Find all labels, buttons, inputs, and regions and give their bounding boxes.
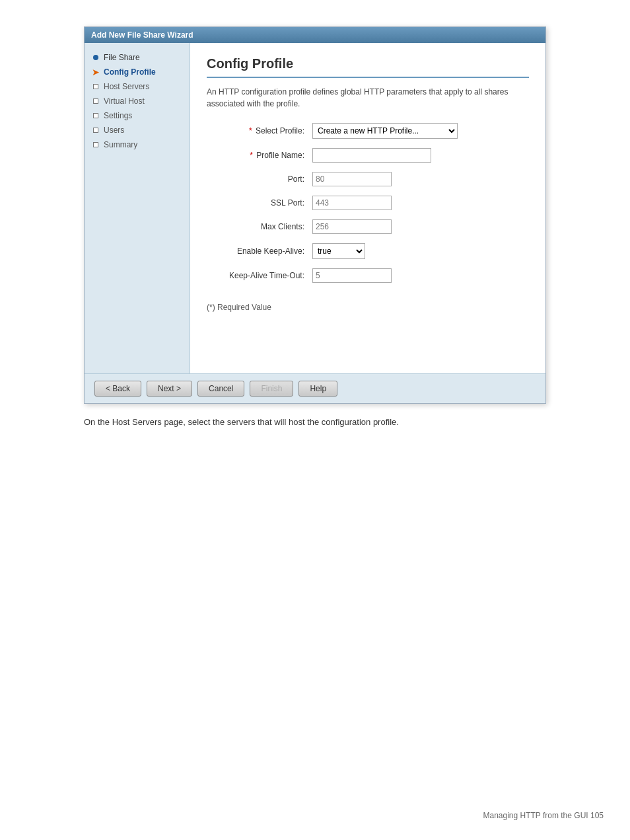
- keep-alive-timeout-input[interactable]: [312, 268, 392, 283]
- sidebar-item-settings[interactable]: Settings: [91, 111, 183, 120]
- select-profile-dropdown[interactable]: Create a new HTTP Profile...: [312, 123, 458, 139]
- label-select-profile: * Select Profile:: [207, 126, 312, 135]
- required-star-select: *: [249, 126, 252, 135]
- label-keep-alive-timeout: Keep-Alive Time-Out:: [207, 271, 312, 280]
- ssl-port-input[interactable]: [312, 196, 392, 210]
- next-button[interactable]: Next >: [147, 381, 192, 397]
- form-row-select-profile: * Select Profile: Create a new HTTP Prof…: [207, 123, 529, 139]
- required-note: (*) Required Value: [207, 296, 529, 312]
- cancel-button[interactable]: Cancel: [197, 381, 244, 397]
- sidebar-item-file-share[interactable]: File Share: [91, 53, 183, 62]
- wizard-body: File Share ➤ Config Profile Host Servers: [85, 43, 545, 373]
- back-button[interactable]: < Back: [94, 381, 141, 397]
- form-row-ssl-port: SSL Port:: [207, 196, 529, 210]
- arrow-right-icon: ➤: [91, 67, 100, 77]
- square-icon-host: [91, 82, 100, 91]
- label-ssl-port: SSL Port:: [207, 198, 312, 208]
- keep-alive-select[interactable]: true false: [312, 243, 365, 259]
- sidebar-item-host-servers[interactable]: Host Servers: [91, 82, 183, 91]
- finish-button[interactable]: Finish: [250, 381, 293, 397]
- help-button[interactable]: Help: [298, 381, 337, 397]
- wizard-content: Config Profile An HTTP configuration pro…: [190, 43, 545, 373]
- port-input[interactable]: [312, 172, 392, 186]
- sidebar-label-config-profile: Config Profile: [104, 67, 156, 77]
- sidebar-label-file-share: File Share: [104, 53, 140, 62]
- form-row-keep-alive: Enable Keep-Alive: true false: [207, 243, 529, 259]
- content-description: An HTTP configuration profile defines gl…: [207, 86, 529, 110]
- form-row-max-clients: Max Clients:: [207, 219, 529, 234]
- required-star-name: *: [250, 151, 253, 160]
- sidebar-label-settings: Settings: [104, 111, 132, 120]
- content-title: Config Profile: [207, 56, 529, 78]
- form-row-keep-alive-timeout: Keep-Alive Time-Out:: [207, 268, 529, 283]
- square-icon-summary: [91, 140, 100, 149]
- wizard-dialog: Add New File Share Wizard File Share ➤: [84, 26, 546, 404]
- label-keep-alive: Enable Keep-Alive:: [207, 247, 312, 256]
- sidebar-item-virtual-host[interactable]: Virtual Host: [91, 96, 183, 106]
- form-row-profile-name: * Profile Name:: [207, 148, 529, 163]
- sidebar-item-config-profile[interactable]: ➤ Config Profile: [91, 67, 183, 77]
- wizard-footer: < Back Next > Cancel Finish Help: [85, 373, 545, 403]
- max-clients-input[interactable]: [312, 219, 392, 234]
- sidebar-label-host-servers: Host Servers: [104, 82, 149, 91]
- sidebar-label-users: Users: [104, 126, 124, 135]
- wizard-sidebar: File Share ➤ Config Profile Host Servers: [85, 43, 190, 373]
- sidebar-item-users[interactable]: Users: [91, 126, 183, 135]
- profile-name-input[interactable]: [312, 148, 431, 163]
- square-icon-settings: [91, 111, 100, 120]
- square-icon-virtual: [91, 96, 100, 106]
- sidebar-label-virtual-host: Virtual Host: [104, 96, 145, 106]
- sidebar-item-summary[interactable]: Summary: [91, 140, 183, 149]
- page-footer: Managing HTTP from the GUI 105: [483, 811, 604, 820]
- label-port: Port:: [207, 174, 312, 184]
- label-max-clients: Max Clients:: [207, 222, 312, 231]
- bullet-circle-icon: [91, 53, 100, 62]
- sidebar-label-summary: Summary: [104, 140, 137, 149]
- square-icon-users: [91, 126, 100, 135]
- label-profile-name: * Profile Name:: [207, 151, 312, 160]
- wizard-title: Add New File Share Wizard: [91, 30, 193, 40]
- wizard-titlebar: Add New File Share Wizard: [85, 27, 545, 43]
- caption-text: On the Host Servers page, select the ser…: [84, 416, 546, 429]
- form-row-port: Port:: [207, 172, 529, 186]
